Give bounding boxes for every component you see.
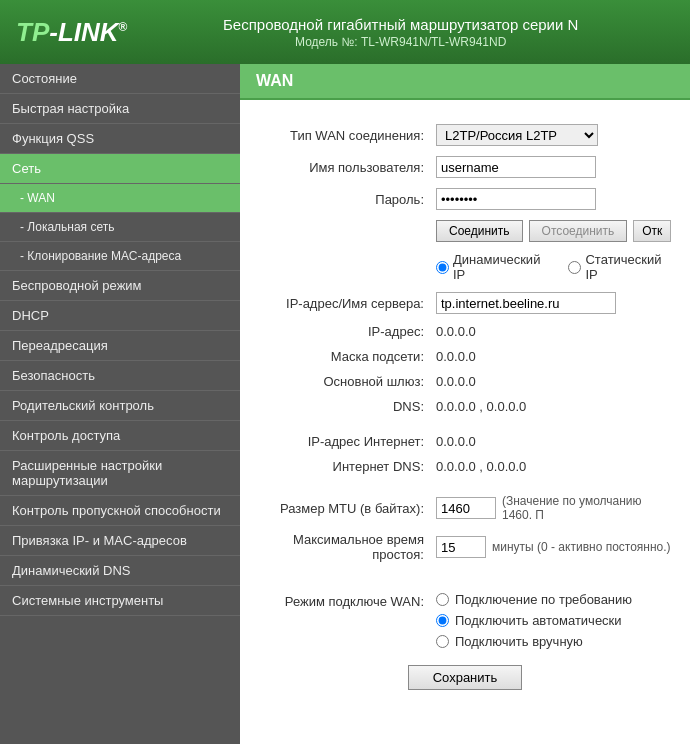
wan-type-row: Тип WAN соединения: L2TP/Россия L2TP PPP… [256,124,674,146]
subnet-row: Маска подсети: 0.0.0.0 [256,349,674,364]
wan-mode-label-2: Подключить вручную [455,634,583,649]
server-label: IP-адрес/Имя сервера: [256,296,436,311]
wan-mode-radio-auto[interactable] [436,614,449,627]
dynamic-ip-label: Динамический IP [453,252,552,282]
sidebar-item-ddns[interactable]: Динамический DNS [0,556,240,586]
mtu-label: Размер MTU (в байтах): [256,501,436,516]
logo: TP-LINK® [16,17,127,48]
max-idle-hint: минуты (0 - активно постоянно.) [492,540,671,554]
dynamic-ip-radio[interactable] [436,261,449,274]
internet-dns-row: Интернет DNS: 0.0.0.0 , 0.0.0.0 [256,459,674,474]
sidebar-item-parental[interactable]: Родительский контроль [0,391,240,421]
sidebar-item-access[interactable]: Контроль доступа [0,421,240,451]
main-title: Беспроводной гигабитный маршрутизатор се… [127,16,674,33]
registered-symbol: ® [119,20,128,34]
ip-row: IP-адрес: 0.0.0.0 [256,324,674,339]
ip-type-row: Динамический IP Статический IP [256,252,674,282]
internet-ip-label: IP-адрес Интернет: [256,434,436,449]
wan-mode-radio-manual[interactable] [436,635,449,648]
wan-mode-label-1: Подключить автоматически [455,613,622,628]
username-label: Имя пользователя: [256,160,436,175]
wan-mode-radio-demand[interactable] [436,593,449,606]
save-row: Сохранить [256,665,674,706]
wan-mode-label: Режим подключе WAN: [256,592,436,609]
wan-type-select[interactable]: L2TP/Россия L2TP PPPoE/Россия PPPoE PPTP… [436,124,598,146]
max-idle-row: Максимальное время простоя: минуты (0 - … [256,532,674,562]
content-body: Тип WAN соединения: L2TP/Россия L2TP PPP… [240,116,690,714]
mtu-hint: (Значение по умолчанию 1460. П [502,494,674,522]
username-row: Имя пользователя: [256,156,674,178]
header: TP-LINK® Беспроводной гигабитный маршрут… [0,0,690,64]
gateway-value: 0.0.0.0 [436,374,476,389]
sidebar-item-security[interactable]: Безопасность [0,361,240,391]
dns-row: DNS: 0.0.0.0 , 0.0.0.0 [256,399,674,414]
page-title: WAN [256,72,293,89]
password-label: Пароль: [256,192,436,207]
gateway-row: Основной шлюз: 0.0.0.0 [256,374,674,389]
content: WAN Тип WAN соединения: L2TP/Россия L2TP… [240,64,690,744]
wan-mode-option-0[interactable]: Подключение по требованию [436,592,632,607]
sidebar-item-bandwidth[interactable]: Контроль пропускной способности [0,496,240,526]
wan-mode-option-1[interactable]: Подключить автоматически [436,613,632,628]
sidebar-item-ip-mac[interactable]: Привязка IP- и MAC-адресов [0,526,240,556]
password-row: Пароль: [256,188,674,210]
sidebar-item-qss[interactable]: Функция QSS [0,124,240,154]
server-input[interactable] [436,292,616,314]
connect-button[interactable]: Соединить [436,220,523,242]
internet-ip-row: IP-адрес Интернет: 0.0.0.0 [256,434,674,449]
ip-label: IP-адрес: [256,324,436,339]
sidebar-item-routing[interactable]: Расширенные настройки маршрутизации [0,451,240,496]
sidebar-item-lan[interactable]: - Локальная сеть [0,213,240,242]
dns-value: 0.0.0.0 , 0.0.0.0 [436,399,526,414]
max-idle-label: Максимальное время простоя: [256,532,436,562]
sub-title: Модель №: TL-WR941N/TL-WR941ND [127,35,674,49]
sidebar-item-wireless[interactable]: Беспроводной режим [0,271,240,301]
sidebar-item-wan[interactable]: - WAN [0,184,240,213]
mtu-input[interactable] [436,497,496,519]
static-ip-radio-label[interactable]: Статический IP [568,252,674,282]
sidebar-item-network[interactable]: Сеть [0,154,240,184]
wan-mode-option-2[interactable]: Подключить вручную [436,634,632,649]
static-ip-radio[interactable] [568,261,581,274]
sidebar-item-quick[interactable]: Быстрая настройка [0,94,240,124]
wan-mode-options: Подключение по требованию Подключить авт… [436,592,632,649]
sidebar-item-dhcp[interactable]: DHCP [0,301,240,331]
max-idle-input[interactable] [436,536,486,558]
sidebar-item-tools[interactable]: Системные инструменты [0,586,240,616]
internet-ip-value: 0.0.0.0 [436,434,476,449]
ip-value: 0.0.0.0 [436,324,476,339]
subnet-label: Маска подсети: [256,349,436,364]
internet-dns-value: 0.0.0.0 , 0.0.0.0 [436,459,526,474]
password-input[interactable] [436,188,596,210]
otk-button[interactable]: Отк [633,220,671,242]
sidebar: Состояние Быстрая настройка Функция QSS … [0,64,240,744]
mtu-row: Размер MTU (в байтах): (Значение по умол… [256,494,674,522]
disconnect-button[interactable]: Отсоединить [529,220,628,242]
dns-label: DNS: [256,399,436,414]
header-title-block: Беспроводной гигабитный маршрутизатор се… [127,16,674,49]
dynamic-ip-radio-label[interactable]: Динамический IP [436,252,552,282]
sidebar-item-status[interactable]: Состояние [0,64,240,94]
connect-row: Соединить Отсоединить Отк [256,220,674,242]
server-row: IP-адрес/Имя сервера: [256,292,674,314]
content-header: WAN [240,64,690,100]
save-button[interactable]: Сохранить [408,665,523,690]
internet-dns-label: Интернет DNS: [256,459,436,474]
main-layout: Состояние Быстрая настройка Функция QSS … [0,64,690,744]
subnet-value: 0.0.0.0 [436,349,476,364]
wan-mode-row: Режим подключе WAN: Подключение по требо… [256,592,674,649]
wan-mode-label-0: Подключение по требованию [455,592,632,607]
username-input[interactable] [436,156,596,178]
wan-type-label: Тип WAN соединения: [256,128,436,143]
gateway-label: Основной шлюз: [256,374,436,389]
sidebar-item-forward[interactable]: Переадресация [0,331,240,361]
buttons-row: Соединить Отсоединить Отк [436,220,671,242]
sidebar-item-mac[interactable]: - Клонирование МАС-адреса [0,242,240,271]
static-ip-label: Статический IP [585,252,674,282]
